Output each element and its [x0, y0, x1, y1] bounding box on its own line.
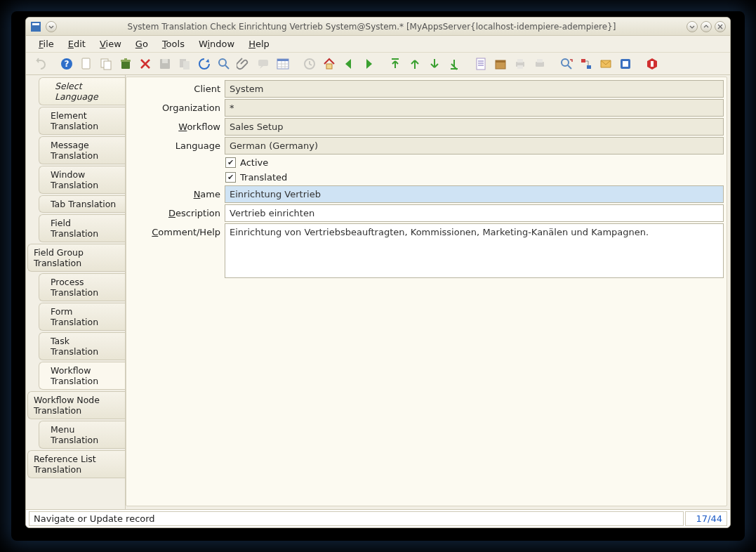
- tab-menu-translation[interactable]: Menu Translation: [39, 421, 125, 449]
- tab-task-translation[interactable]: Task Translation: [39, 332, 125, 360]
- form-panel: Client System Organization * Workflow Sa…: [126, 77, 727, 506]
- tab-field-translation[interactable]: Field Translation: [39, 214, 125, 242]
- help-icon[interactable]: ?: [58, 55, 75, 72]
- delete-icon[interactable]: [117, 55, 134, 72]
- copy-icon[interactable]: [98, 55, 114, 72]
- svg-rect-11: [162, 59, 168, 63]
- tab-message-translation[interactable]: Message Translation: [39, 136, 125, 164]
- svg-rect-1: [32, 23, 39, 25]
- close-button[interactable]: [715, 21, 726, 32]
- minimize-button[interactable]: [687, 21, 698, 32]
- tab-workflow-translation[interactable]: Workflow Translation: [39, 362, 125, 390]
- next-icon[interactable]: [360, 55, 377, 72]
- tab-tab-translation[interactable]: Tab Translation: [39, 195, 125, 213]
- status-message: Navigate or Update record: [29, 511, 684, 526]
- save-icon[interactable]: [157, 55, 173, 72]
- up-icon[interactable]: [406, 55, 423, 72]
- label-name: Name: [129, 185, 220, 199]
- copy2-icon[interactable]: [176, 55, 193, 72]
- delete-selection-icon[interactable]: [137, 55, 154, 72]
- field-language[interactable]: German (Germany): [225, 137, 724, 155]
- menu-window[interactable]: Window: [192, 37, 241, 51]
- svg-rect-39: [587, 65, 591, 69]
- window-title: System Translation Check Einrichtung Ver…: [57, 22, 687, 32]
- svg-rect-35: [536, 62, 544, 67]
- tab-field-group-translation[interactable]: Field Group Translation: [27, 244, 125, 272]
- field-description[interactable]: Vertrieb einrichten: [225, 204, 724, 222]
- label-language: Language: [129, 137, 220, 151]
- statusbar: Navigate or Update record 17/44: [26, 509, 730, 527]
- menu-help[interactable]: Help: [241, 37, 277, 51]
- grid-toggle-icon[interactable]: [274, 55, 291, 72]
- application-window: System Translation Check Einrichtung Ver…: [25, 17, 731, 528]
- svg-rect-43: [651, 61, 654, 67]
- svg-rect-38: [581, 59, 585, 63]
- parent-icon[interactable]: [387, 55, 404, 72]
- label-organization: Organization: [129, 99, 220, 113]
- svg-rect-15: [258, 60, 268, 66]
- svg-rect-23: [326, 64, 332, 69]
- svg-rect-9: [124, 58, 127, 60]
- chat-icon[interactable]: [255, 55, 272, 72]
- label-comment: Comment/Help: [129, 223, 220, 237]
- toolbar: ?: [26, 53, 730, 75]
- tab-form-translation[interactable]: Form Translation: [39, 303, 125, 331]
- label-client: Client: [129, 80, 220, 94]
- tab-workflow-node-translation[interactable]: Workflow Node Translation: [27, 391, 125, 419]
- menu-edit[interactable]: Edit: [61, 37, 93, 51]
- titlebar: System Translation Check Einrichtung Ver…: [26, 18, 730, 36]
- menu-file[interactable]: File: [32, 37, 61, 51]
- menu-go[interactable]: Go: [128, 37, 155, 51]
- label-active: Active: [240, 157, 268, 168]
- attachment-icon[interactable]: [235, 55, 252, 72]
- field-client[interactable]: System: [225, 80, 724, 98]
- menu-view[interactable]: View: [93, 37, 128, 51]
- svg-text:?: ?: [65, 59, 69, 69]
- prev-icon[interactable]: [340, 55, 357, 72]
- svg-rect-6: [104, 61, 111, 70]
- menu-tools[interactable]: Tools: [155, 37, 192, 51]
- field-workflow[interactable]: Sales Setup: [225, 118, 724, 136]
- end-icon[interactable]: [644, 55, 661, 72]
- print-preview-icon[interactable]: [531, 55, 548, 72]
- svg-rect-34: [517, 65, 523, 69]
- requests-icon[interactable]: [597, 55, 614, 72]
- find-icon[interactable]: [215, 55, 232, 72]
- svg-point-14: [219, 59, 226, 66]
- home-icon[interactable]: [321, 55, 338, 72]
- svg-rect-26: [477, 58, 485, 70]
- product-info-icon[interactable]: [617, 55, 634, 72]
- svg-rect-41: [623, 61, 628, 67]
- label-translated: Translated: [240, 172, 287, 183]
- svg-rect-36: [537, 59, 543, 63]
- svg-rect-13: [183, 61, 190, 70]
- down-icon[interactable]: [426, 55, 443, 72]
- maximize-button[interactable]: [701, 21, 712, 32]
- main-area: Select Language Element Translation Mess…: [26, 75, 730, 509]
- zoom-across-icon[interactable]: [558, 55, 575, 72]
- app-icon: [30, 21, 41, 32]
- field-name[interactable]: Einrichtung Vertrieb: [225, 185, 724, 203]
- child-icon[interactable]: [446, 55, 463, 72]
- window-menu-button[interactable]: [46, 21, 57, 32]
- tab-select-language[interactable]: Select Language: [39, 77, 125, 105]
- tab-process-translation[interactable]: Process Translation: [39, 273, 125, 301]
- status-position: 17/44: [685, 511, 727, 526]
- tab-reference-list-translation[interactable]: Reference List Translation: [27, 450, 125, 478]
- report-icon[interactable]: [472, 55, 489, 72]
- field-organization[interactable]: *: [225, 99, 724, 117]
- new-icon[interactable]: [78, 55, 95, 72]
- archive-icon[interactable]: [492, 55, 509, 72]
- workflow-icon[interactable]: [578, 55, 595, 72]
- field-comment[interactable]: [225, 223, 724, 278]
- history-icon[interactable]: [301, 55, 318, 72]
- checkbox-active[interactable]: ✔: [225, 157, 236, 168]
- refresh-icon[interactable]: [196, 55, 213, 72]
- tab-element-translation[interactable]: Element Translation: [39, 107, 125, 135]
- tab-window-translation[interactable]: Window Translation: [39, 166, 125, 194]
- undo-icon[interactable]: [32, 55, 48, 72]
- svg-rect-17: [277, 59, 289, 61]
- label-workflow: Workflow: [129, 118, 220, 132]
- print-icon[interactable]: [512, 55, 529, 72]
- checkbox-translated[interactable]: ✔: [225, 172, 236, 183]
